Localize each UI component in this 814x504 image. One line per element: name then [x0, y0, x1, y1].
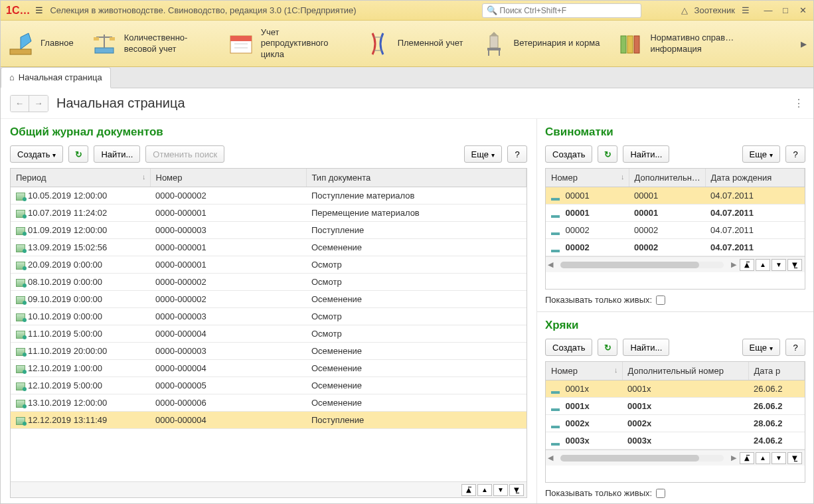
scroll-down-button[interactable]: ▼	[772, 259, 786, 271]
help-button[interactable]: ?	[785, 339, 805, 356]
table-row[interactable]: 10.10.2019 0:00:000000-000003Осмотр	[11, 308, 527, 325]
sows-alive-checkbox[interactable]	[656, 295, 665, 305]
table-row[interactable]: 08.10.2019 0:00:000000-000002Осмотр	[11, 274, 527, 291]
scale-icon	[91, 31, 118, 57]
refresh-button[interactable]: ↻	[598, 145, 617, 163]
maximize-button[interactable]: □	[780, 5, 791, 15]
nav-main[interactable]: Главное	[7, 31, 74, 57]
find-button[interactable]: Найти...	[94, 145, 140, 163]
search-box[interactable]: 🔍	[482, 3, 641, 18]
hscroll-right[interactable]: ▶	[729, 260, 738, 269]
boars-table-footer: ◀ ▶ ▲̅ ▲ ▼ ▼̲	[546, 450, 805, 465]
scroll-down-button[interactable]: ▼	[772, 452, 786, 464]
col-add[interactable]: Дополнительн…	[629, 169, 705, 187]
table-row[interactable]: 10.05.2019 12:00:000000-000002Поступлени…	[11, 187, 527, 205]
scroll-bottom-button[interactable]: ▼̲	[787, 452, 802, 464]
table-row[interactable]: 13.10.2019 12:00:000000-000006Осеменение	[11, 394, 527, 412]
scroll-up-button[interactable]: ▲	[756, 452, 770, 464]
nav-reference[interactable]: Нормативно справ… информация	[617, 31, 734, 57]
hscroll-left[interactable]: ◀	[546, 260, 555, 269]
col-dob[interactable]: Дата рождения	[705, 169, 805, 187]
table-row[interactable]: 10.07.2019 11:24:020000-000001Перемещени…	[11, 205, 527, 222]
title-bar: 1C… ☰ Селекция в животноводстве. Свиново…	[1, 1, 813, 21]
hscrollbar[interactable]	[560, 455, 724, 462]
scroll-top-button[interactable]: ▲̅	[740, 259, 754, 271]
table-row[interactable]: 12.10.2019 5:00:000000-000005Осеменение	[11, 377, 527, 394]
col-add[interactable]: Дополнительный номер	[622, 362, 748, 380]
hscroll-left[interactable]: ◀	[546, 454, 555, 462]
hscrollbar[interactable]	[560, 262, 724, 268]
settings-icon[interactable]: ☰	[742, 5, 750, 15]
history-nav: ← →	[10, 95, 48, 112]
col-type[interactable]: Тип документа	[306, 169, 527, 187]
find-button[interactable]: Найти...	[623, 145, 669, 163]
table-row[interactable]: ▬ 000020000204.07.2011	[546, 222, 805, 239]
table-row[interactable]: ▬ 0002x0002x28.06.2	[546, 415, 805, 432]
table-row[interactable]: 20.09.2019 0:00:000000-000001Осмотр	[11, 256, 527, 274]
close-button[interactable]: ✕	[797, 5, 808, 15]
more-button[interactable]: Еще▾	[742, 339, 780, 356]
document-icon	[16, 262, 25, 270]
more-button[interactable]: Еще▾	[742, 145, 780, 163]
item-icon: ▬	[551, 210, 560, 218]
back-button[interactable]: ←	[11, 96, 29, 112]
col-dob[interactable]: Дата р	[748, 362, 805, 380]
document-icon	[16, 193, 25, 201]
refresh-button[interactable]: ↻	[68, 145, 88, 163]
sows-toolbar: Создать ↻ Найти... Еще▾ ?	[545, 145, 805, 163]
table-row[interactable]: 12.12.2019 13:11:490000-000004Поступлени…	[11, 412, 527, 429]
hscroll-right[interactable]: ▶	[729, 454, 738, 462]
tab-home[interactable]: ⌂ Начальная страница	[1, 67, 111, 88]
search-input[interactable]	[500, 6, 637, 15]
help-button[interactable]: ?	[785, 145, 805, 163]
scroll-top-button[interactable]: ▲̅	[461, 484, 476, 496]
bell-icon[interactable]: △	[681, 5, 688, 15]
svg-rect-4	[94, 37, 99, 41]
forward-button[interactable]: →	[29, 96, 48, 112]
refresh-button[interactable]: ↻	[598, 339, 617, 356]
journal-table: Период↓ Номер Тип документа 10.05.2019 1…	[10, 168, 527, 498]
table-row[interactable]: ▬ 0001x0001x26.06.2	[546, 398, 805, 415]
col-number[interactable]: Номер↓	[546, 362, 622, 380]
table-row[interactable]: ▬ 000020000204.07.2011	[546, 239, 805, 256]
nav-breeding[interactable]: Племенной учет	[365, 31, 463, 57]
nav-vet[interactable]: Ветеринария и корма	[481, 31, 600, 57]
svg-rect-12	[490, 36, 498, 48]
scroll-up-button[interactable]: ▲	[477, 484, 492, 496]
table-row[interactable]: ▬ 000010000104.07.2011	[546, 205, 805, 222]
minimize-button[interactable]: —	[763, 5, 773, 15]
table-row[interactable]: 01.09.2019 12:00:000000-000003Поступлени…	[11, 222, 527, 239]
col-number[interactable]: Номер↓	[546, 169, 629, 187]
user-name[interactable]: Зоотехник	[694, 5, 735, 15]
create-button[interactable]: Создать▾	[10, 145, 63, 163]
scroll-bottom-button[interactable]: ▼̲	[787, 259, 802, 271]
table-row[interactable]: ▬ 000010000104.07.2011	[546, 187, 805, 205]
more-button[interactable]: Еще▾	[464, 145, 502, 163]
table-row[interactable]: 12.10.2019 1:00:000000-000004Осеменение	[11, 360, 527, 377]
col-number[interactable]: Номер	[150, 169, 306, 187]
menu-icon[interactable]: ☰	[35, 5, 43, 15]
create-button[interactable]: Создать	[545, 145, 592, 163]
nav-weight[interactable]: Количественно-весовой учет	[91, 31, 210, 57]
scroll-down-button[interactable]: ▼	[493, 484, 508, 496]
table-row[interactable]: ▬ 0003x0003x24.06.2	[546, 432, 805, 450]
scroll-bottom-button[interactable]: ▼̲	[509, 484, 524, 496]
scroll-up-button[interactable]: ▲	[756, 259, 770, 271]
table-row[interactable]: 13.09.2019 15:02:560000-000001Осеменение	[11, 239, 527, 256]
table-row[interactable]: 11.10.2019 20:00:000000-000003Осеменение	[11, 343, 527, 360]
document-icon	[16, 244, 25, 252]
table-row[interactable]: 11.10.2019 5:00:000000-000004Осмотр	[11, 325, 527, 343]
scroll-top-button[interactable]: ▲̅	[740, 452, 754, 464]
help-button[interactable]: ?	[507, 145, 527, 163]
sows-alive-filter: Показывать только живых:	[545, 295, 805, 305]
find-button[interactable]: Найти...	[623, 339, 669, 356]
table-row[interactable]: 09.10.2019 0:00:000000-000002Осеменение	[11, 291, 527, 308]
table-row[interactable]: ▬ 0001x0001x26.06.2	[546, 380, 805, 398]
nav-overflow-button[interactable]: ▸	[801, 37, 807, 51]
create-button[interactable]: Создать	[545, 339, 592, 356]
boars-alive-checkbox[interactable]	[656, 489, 665, 498]
col-period[interactable]: Период↓	[11, 169, 150, 187]
page-menu-button[interactable]: ⋮	[793, 97, 804, 110]
nav-reproduction[interactable]: Учет репродуктивного цикла	[228, 27, 347, 60]
document-icon	[16, 365, 25, 373]
